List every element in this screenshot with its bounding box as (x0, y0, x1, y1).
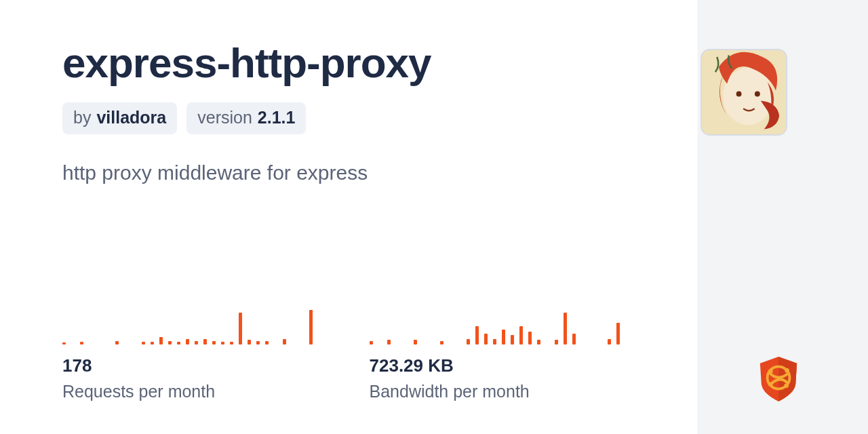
package-card: express-http-proxy by villadora version … (0, 0, 698, 434)
svg-point-2 (736, 92, 742, 97)
bandwidth-label: Bandwidth per month (370, 382, 636, 401)
svg-point-8 (768, 382, 773, 387)
author-name: villadora (96, 108, 166, 127)
stat-requests: 178 Requests per month (62, 305, 329, 401)
svg-point-7 (784, 383, 789, 388)
svg-point-5 (768, 369, 773, 374)
package-description: http proxy middleware for express (62, 161, 635, 184)
svg-point-6 (785, 368, 789, 373)
version-chip: version 2.1.1 (186, 102, 306, 134)
author-avatar (701, 49, 787, 136)
requests-label: Requests per month (62, 382, 329, 401)
requests-sparkline (62, 305, 329, 344)
bandwidth-value: 723.29 KB (370, 355, 636, 376)
author-prefix: by (73, 108, 91, 127)
requests-value: 178 (62, 355, 329, 376)
bandwidth-sparkline (370, 305, 636, 344)
meta-chips: by villadora version 2.1.1 (62, 102, 635, 134)
stats-row: 178 Requests per month 723.29 KB Bandwid… (62, 305, 635, 401)
avatar-illustration (702, 50, 786, 134)
author-chip: by villadora (62, 102, 177, 134)
svg-point-3 (755, 92, 760, 97)
version-value: 2.1.1 (258, 108, 296, 127)
stat-bandwidth: 723.29 KB Bandwidth per month (370, 305, 636, 401)
jsdelivr-badge-icon (757, 355, 800, 403)
package-title: express-http-proxy (62, 41, 635, 85)
version-prefix: version (197, 108, 252, 127)
